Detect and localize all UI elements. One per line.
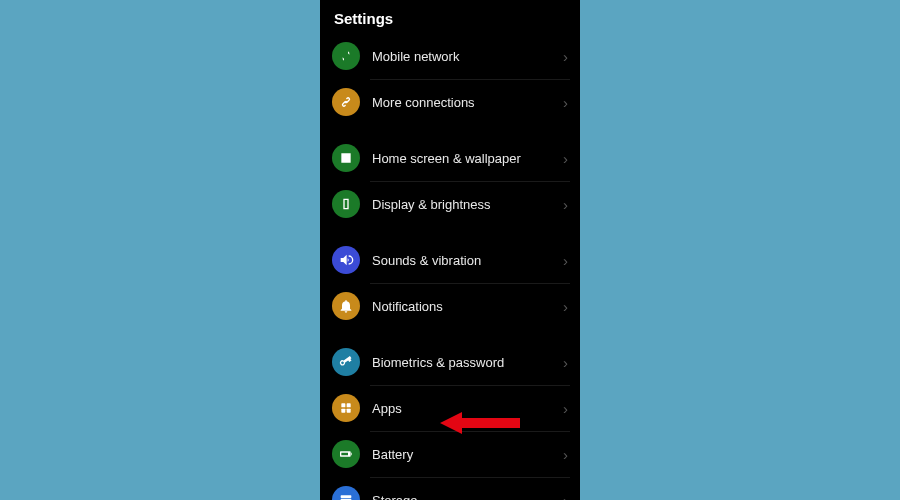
settings-item-label: Notifications: [372, 299, 563, 314]
settings-item-label: More connections: [372, 95, 563, 110]
svg-rect-2: [341, 409, 345, 413]
sound-icon: [332, 246, 360, 274]
settings-group-system: Biometrics & password › Apps › Battery ›…: [320, 339, 580, 500]
page-title: Settings: [320, 0, 580, 33]
settings-item-sounds-vibration[interactable]: Sounds & vibration ›: [320, 237, 580, 283]
chevron-right-icon: ›: [563, 94, 568, 111]
settings-item-label: Mobile network: [372, 49, 563, 64]
wallpaper-icon: [332, 144, 360, 172]
settings-item-label: Apps: [372, 401, 563, 416]
link-icon: [332, 88, 360, 116]
settings-item-apps[interactable]: Apps ›: [320, 385, 580, 431]
svg-rect-0: [341, 403, 345, 407]
svg-rect-3: [347, 409, 351, 413]
settings-item-home-screen-wallpaper[interactable]: Home screen & wallpaper ›: [320, 135, 580, 181]
settings-item-label: Home screen & wallpaper: [372, 151, 563, 166]
settings-item-display-brightness[interactable]: Display & brightness ›: [320, 181, 580, 227]
svg-rect-1: [347, 403, 351, 407]
key-icon: [332, 348, 360, 376]
settings-item-mobile-network[interactable]: Mobile network ›: [320, 33, 580, 79]
mobile-network-icon: [332, 42, 360, 70]
settings-item-more-connections[interactable]: More connections ›: [320, 79, 580, 125]
settings-group-connections: Mobile network › More connections ›: [320, 33, 580, 125]
chevron-right-icon: ›: [563, 446, 568, 463]
chevron-right-icon: ›: [563, 252, 568, 269]
battery-icon: [332, 440, 360, 468]
display-icon: [332, 190, 360, 218]
chevron-right-icon: ›: [563, 196, 568, 213]
settings-item-biometrics-password[interactable]: Biometrics & password ›: [320, 339, 580, 385]
settings-item-label: Storage: [372, 493, 563, 501]
chevron-right-icon: ›: [563, 298, 568, 315]
settings-item-label: Biometrics & password: [372, 355, 563, 370]
settings-group-notifications: Sounds & vibration › Notifications ›: [320, 237, 580, 329]
chevron-right-icon: ›: [563, 492, 568, 501]
settings-item-notifications[interactable]: Notifications ›: [320, 283, 580, 329]
settings-screen: Settings Mobile network › More connectio…: [320, 0, 580, 500]
settings-item-label: Sounds & vibration: [372, 253, 563, 268]
chevron-right-icon: ›: [563, 48, 568, 65]
chevron-right-icon: ›: [563, 354, 568, 371]
settings-item-label: Battery: [372, 447, 563, 462]
settings-item-storage[interactable]: Storage ›: [320, 477, 580, 500]
settings-item-label: Display & brightness: [372, 197, 563, 212]
settings-group-display: Home screen & wallpaper › Display & brig…: [320, 135, 580, 227]
chevron-right-icon: ›: [563, 150, 568, 167]
apps-icon: [332, 394, 360, 422]
chevron-right-icon: ›: [563, 400, 568, 417]
bell-icon: [332, 292, 360, 320]
svg-rect-4: [341, 495, 352, 498]
settings-item-battery[interactable]: Battery ›: [320, 431, 580, 477]
storage-icon: [332, 486, 360, 500]
